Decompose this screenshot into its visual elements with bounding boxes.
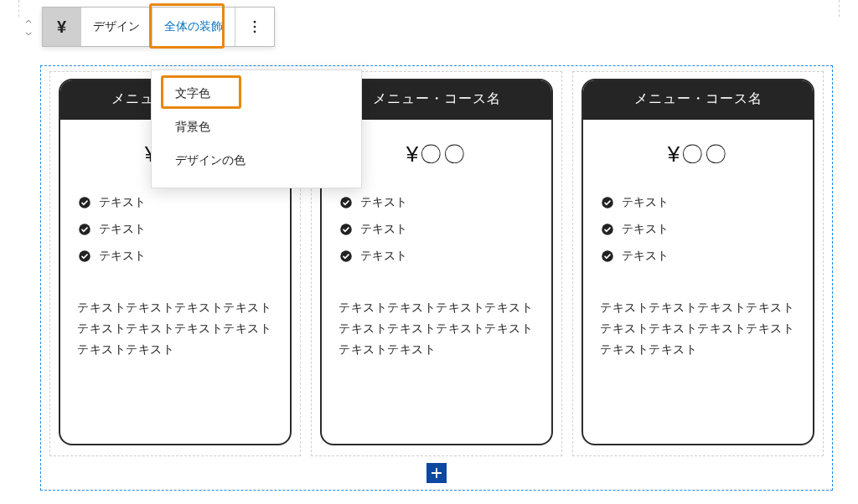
drag-handle[interactable] [18, 9, 39, 46]
more-vertical-icon [246, 18, 263, 35]
pricing-card: メニュー・コース名 ¥〇〇 テキスト テキスト テキス [581, 79, 814, 445]
check-circle-icon [77, 249, 92, 264]
dropdown-item-label: 背景色 [175, 120, 210, 133]
check-circle-icon [600, 195, 615, 210]
card-slot[interactable]: メニュー・コース名 ¥〇〇 テキスト テキスト テキス [572, 71, 824, 456]
list-item: テキスト [339, 189, 535, 216]
list-item: テキスト [600, 216, 796, 243]
plus-icon [429, 465, 444, 481]
dropdown-item-text-color[interactable]: 文字色 [152, 77, 361, 111]
chevron-up-icon [23, 16, 34, 28]
check-circle-icon [77, 195, 92, 210]
feature-list: テキスト テキスト テキスト [322, 184, 551, 276]
svg-point-1 [254, 26, 256, 28]
dropdown-item-label: 文字色 [175, 86, 210, 100]
feature-list: テキスト テキスト テキスト [583, 184, 813, 276]
svg-point-2 [254, 31, 256, 33]
list-item: テキスト [77, 189, 273, 216]
feature-text: テキスト [360, 249, 407, 264]
check-circle-icon [339, 249, 354, 264]
design-button[interactable]: デザイン [81, 8, 152, 46]
card-description: テキストテキストテキストテキストテキストテキストテキストテキストテキストテキスト [60, 276, 290, 369]
more-options-button[interactable] [235, 8, 274, 46]
decoration-dropdown: 文字色 背景色 デザインの色 [151, 69, 362, 188]
list-item: テキスト [339, 216, 535, 243]
feature-text: テキスト [622, 249, 669, 264]
overall-decoration-button[interactable]: 全体の装飾 [152, 8, 235, 46]
feature-text: テキスト [622, 195, 669, 210]
feature-text: テキスト [360, 222, 407, 237]
card-description: テキストテキストテキストテキストテキストテキストテキストテキストテキストテキスト [322, 276, 551, 369]
card-price: ¥〇〇 [583, 120, 813, 184]
block-type-button[interactable]: ¥ [43, 8, 81, 46]
feature-text: テキスト [622, 222, 669, 237]
feature-text: テキスト [99, 222, 146, 237]
list-item: テキスト [339, 243, 535, 270]
feature-text: テキスト [99, 249, 146, 264]
check-circle-icon [77, 222, 92, 237]
list-item: テキスト [600, 189, 796, 216]
feature-text: テキスト [360, 195, 407, 210]
feature-text: テキスト [99, 195, 146, 210]
block-toolbar: ¥ デザイン 全体の装飾 [42, 7, 275, 47]
svg-point-0 [254, 21, 256, 23]
card-description: テキストテキストテキストテキストテキストテキストテキストテキストテキストテキスト [583, 276, 813, 369]
design-label: デザイン [93, 19, 140, 34]
check-circle-icon [600, 249, 615, 264]
card-title: メニュー・コース名 [583, 80, 813, 120]
overall-decoration-label: 全体の装飾 [164, 19, 223, 34]
list-item: テキスト [77, 243, 273, 270]
feature-list: テキスト テキスト テキスト [60, 184, 290, 276]
dropdown-item-bg-color[interactable]: 背景色 [152, 111, 361, 144]
list-item: テキスト [600, 243, 796, 270]
check-circle-icon [600, 222, 615, 237]
dropdown-item-design-color[interactable]: デザインの色 [152, 144, 361, 177]
yen-icon: ¥ [57, 18, 66, 37]
check-circle-icon [339, 195, 354, 210]
chevron-down-icon [23, 28, 34, 39]
check-circle-icon [339, 222, 354, 237]
add-block-button[interactable] [426, 463, 447, 483]
dropdown-item-label: デザインの色 [175, 153, 246, 167]
list-item: テキスト [77, 216, 273, 243]
